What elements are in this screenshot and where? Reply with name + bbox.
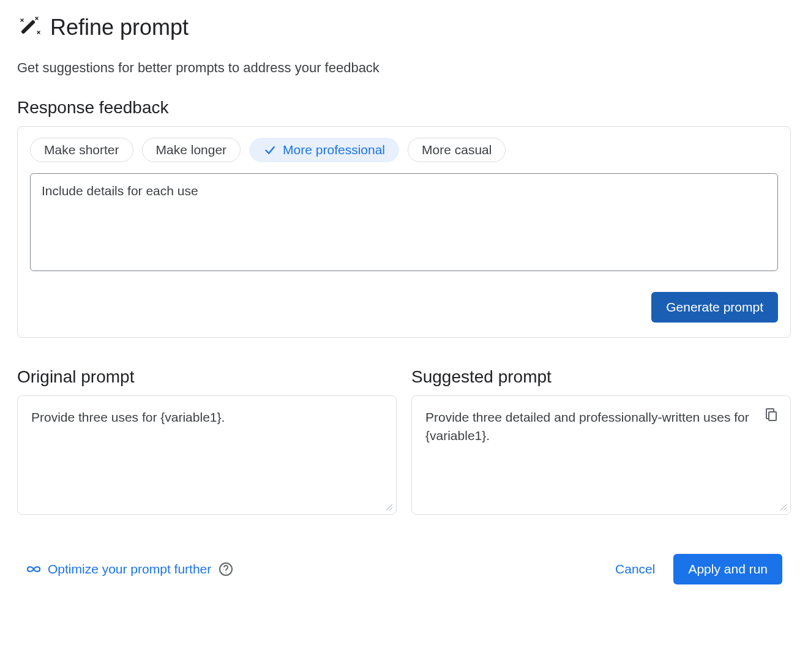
original-prompt-text: Provide three uses for {variable1}. [31,410,225,424]
page-title: Refine prompt [50,15,189,40]
resize-handle-icon[interactable] [779,503,788,512]
chip-make-longer[interactable]: Make longer [142,138,241,162]
apply-and-run-button[interactable]: Apply and run [673,554,782,584]
svg-line-11 [780,504,787,510]
feedback-chips-row: Make shorter Make longer More profession… [30,138,778,162]
original-prompt-column: Original prompt Provide three uses for {… [17,367,397,515]
svg-point-14 [225,572,226,573]
svg-line-12 [784,507,787,510]
footer-left: Optimize your prompt further [26,562,233,577]
svg-rect-10 [769,412,776,420]
feedback-heading: Response feedback [17,98,791,118]
dialog-header: Refine prompt [17,15,791,40]
suggested-prompt-box[interactable]: Provide three detailed and professionall… [411,395,791,515]
dialog-footer: Optimize your prompt further Cancel Appl… [17,554,791,584]
feedback-input[interactable] [30,173,778,271]
feedback-card: Make shorter Make longer More profession… [17,126,791,338]
check-icon [263,143,277,157]
copy-button[interactable] [762,406,780,424]
suggested-prompt-heading: Suggested prompt [411,367,791,387]
chip-label: Make longer [156,143,227,157]
generate-prompt-button[interactable]: Generate prompt [651,292,778,323]
svg-line-9 [389,507,392,510]
chip-label: More casual [422,143,492,157]
chip-make-shorter[interactable]: Make shorter [30,138,133,162]
infinity-icon [26,564,42,575]
generate-row: Generate prompt [30,292,778,323]
optimize-further-link[interactable]: Optimize your prompt further [26,562,211,577]
chip-label: Make shorter [44,143,119,157]
chip-more-professional[interactable]: More professional [249,138,399,162]
resize-handle-icon[interactable] [385,503,394,512]
suggested-prompt-column: Suggested prompt Provide three detailed … [411,367,791,515]
prompts-row: Original prompt Provide three uses for {… [17,367,791,515]
svg-line-8 [386,504,392,510]
magic-wand-icon [17,15,42,40]
help-icon[interactable] [219,562,233,577]
original-prompt-heading: Original prompt [17,367,397,387]
suggested-prompt-text: Provide three detailed and professionall… [425,410,749,442]
page-subtitle: Get suggestions for better prompts to ad… [17,60,791,76]
chip-more-casual[interactable]: More casual [408,138,506,162]
original-prompt-box[interactable]: Provide three uses for {variable1}. [17,395,397,515]
chip-label: More professional [283,143,385,157]
footer-right: Cancel Apply and run [615,554,782,584]
optimize-further-label: Optimize your prompt further [48,562,211,577]
cancel-button[interactable]: Cancel [615,562,655,577]
copy-icon [764,407,779,422]
